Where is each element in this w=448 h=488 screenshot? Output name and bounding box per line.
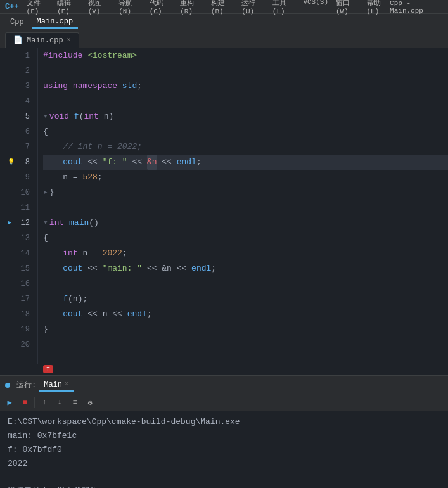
code-line-3: using namespace std; bbox=[43, 79, 448, 94]
code-line-19: } bbox=[43, 322, 448, 337]
output-line-2: main: 0x7bfe1c bbox=[8, 429, 440, 443]
menu-view[interactable]: 视图(V) bbox=[88, 0, 112, 15]
code-line-14: int n = 2022; bbox=[43, 246, 448, 261]
menu-file[interactable]: 文件(F) bbox=[27, 0, 50, 15]
stop-button[interactable]: ■ bbox=[18, 395, 32, 409]
filter-button[interactable]: ≡ bbox=[68, 395, 82, 409]
output-area: E:\CST\workspace\Cpp\cmake-build-debug\M… bbox=[0, 411, 448, 488]
project-tab-cpp[interactable]: Cpp bbox=[5, 16, 29, 28]
bp-line-17 bbox=[0, 292, 11, 307]
menu-vcs[interactable]: VCS(S) bbox=[303, 0, 328, 15]
code-editor[interactable]: #include <iostream> using namespace std;… bbox=[38, 48, 448, 364]
menu-refactor[interactable]: 重构(R) bbox=[180, 0, 203, 15]
menu-edit[interactable]: 编辑(E) bbox=[57, 0, 80, 15]
bp-line-10 bbox=[0, 185, 11, 200]
scroll-down-button[interactable]: ↓ bbox=[53, 395, 67, 409]
menu-nav[interactable]: 导航(N) bbox=[118, 0, 142, 15]
close-tab-icon[interactable]: × bbox=[67, 37, 71, 44]
run-indicator bbox=[5, 383, 10, 388]
line-num-12: ▶ 12 bbox=[16, 215, 30, 231]
bp-line-11 bbox=[0, 200, 11, 215]
scroll-up-button[interactable]: ↑ bbox=[37, 395, 51, 409]
menu-window[interactable]: 窗口(W) bbox=[336, 0, 359, 15]
menu-code[interactable]: 代码(C) bbox=[150, 0, 173, 15]
bottom-panel: 运行: Main × ▶ ■ ↑ ↓ ≡ ⚙ E:\CST\workspace\… bbox=[0, 375, 448, 488]
bp-line-2 bbox=[0, 63, 11, 79]
close-bottom-tab-icon[interactable]: × bbox=[65, 381, 68, 388]
output-line-5 bbox=[8, 471, 440, 485]
menu-run[interactable]: 运行(U) bbox=[241, 0, 265, 15]
app-icon: C++ bbox=[5, 3, 19, 11]
line-num-7: 7 bbox=[16, 139, 30, 155]
line-num-9: 9 bbox=[16, 170, 30, 185]
line-num-19: 19 bbox=[16, 322, 30, 337]
output-line-4: 2022 bbox=[8, 457, 440, 471]
editor-area: 1 2 3 4 5 6 7 💡 8 9 10 11 ▶ 12 13 14 15 … bbox=[0, 48, 448, 364]
file-icon: 📄 bbox=[13, 35, 23, 45]
code-line-8: cout << "f: " << &n << endl; bbox=[43, 155, 448, 170]
code-line-7: // int n = 2022; bbox=[43, 139, 448, 155]
line-num-1: 1 bbox=[16, 48, 30, 63]
file-tab-bar: 📄 Main.cpp × bbox=[0, 30, 448, 48]
bottom-tab-label: Main bbox=[44, 380, 62, 389]
breakpoint-label-bar: f bbox=[0, 364, 448, 375]
bp-line-20 bbox=[0, 337, 11, 352]
code-line-12: ▾int main() bbox=[43, 215, 448, 231]
line-num-2: 2 bbox=[16, 63, 30, 79]
line-num-3: 3 bbox=[16, 79, 30, 94]
bp-line-19 bbox=[0, 322, 11, 337]
bp-line-13 bbox=[0, 231, 11, 246]
code-line-2 bbox=[43, 63, 448, 79]
code-line-10: ▸} bbox=[43, 185, 448, 200]
code-line-18: cout << n << endl; bbox=[43, 307, 448, 322]
bp-line-16 bbox=[0, 276, 11, 292]
line-num-18: 18 bbox=[16, 307, 30, 322]
menu-build[interactable]: 构建(B) bbox=[211, 0, 234, 15]
file-tab-main[interactable]: 📄 Main.cpp × bbox=[5, 32, 79, 48]
settings-button[interactable]: ⚙ bbox=[83, 395, 97, 409]
menu-help[interactable]: 帮助(H) bbox=[367, 0, 390, 15]
bottom-tab-main[interactable]: Main × bbox=[39, 379, 74, 392]
bottom-tabs: 运行: Main × bbox=[0, 376, 448, 394]
line-num-13: 13 bbox=[16, 231, 30, 246]
output-line-1: E:\CST\workspace\Cpp\cmake-build-debug\M… bbox=[8, 415, 440, 429]
output-line-6: 进程已结束，退出代码为 0 bbox=[8, 485, 440, 488]
menu-bar[interactable]: 文件(F) 编辑(E) 视图(V) 导航(N) 代码(C) 重构(R) 构建(B… bbox=[27, 0, 390, 15]
line-num-16: 16 bbox=[16, 276, 30, 292]
bp-line-9 bbox=[0, 170, 11, 185]
line-num-8: 💡 8 bbox=[16, 155, 30, 170]
code-line-11 bbox=[43, 200, 448, 215]
run-button[interactable]: ▶ bbox=[3, 395, 16, 409]
code-line-5: ▾void f(int n) bbox=[43, 109, 448, 124]
bp-line-1 bbox=[0, 48, 11, 63]
bp-line-5 bbox=[0, 109, 11, 124]
bp-line-7 bbox=[0, 139, 11, 155]
bp-line-15 bbox=[0, 261, 11, 276]
line-num-20: 20 bbox=[16, 337, 30, 352]
output-line-3: f: 0x7bfdf0 bbox=[8, 443, 440, 457]
line-num-14: 14 bbox=[16, 246, 30, 261]
project-tab-bar: Cpp Main.cpp bbox=[0, 14, 448, 30]
code-line-1: #include <iostream> bbox=[43, 48, 448, 63]
project-tab-main[interactable]: Main.cpp bbox=[32, 16, 79, 29]
title-bar: C++ 文件(F) 编辑(E) 视图(V) 导航(N) 代码(C) 重构(R) … bbox=[0, 0, 448, 14]
bp-line-18 bbox=[0, 307, 11, 322]
bp-line-3 bbox=[0, 79, 11, 94]
bp-line-6 bbox=[0, 124, 11, 139]
code-line-15: cout << "main: " << &n << endl; bbox=[43, 261, 448, 276]
line-num-17: 17 bbox=[16, 292, 30, 307]
bottom-toolbar: ▶ ■ ↑ ↓ ≡ ⚙ bbox=[0, 394, 448, 411]
file-tab-label: Main.cpp bbox=[27, 36, 63, 45]
code-line-13: { bbox=[43, 231, 448, 246]
breakpoint-gutter[interactable] bbox=[0, 48, 11, 364]
bp-line-4 bbox=[0, 94, 11, 109]
line-num-15: 15 bbox=[16, 261, 30, 276]
code-line-17: f(n); bbox=[43, 292, 448, 307]
line-num-11: 11 bbox=[16, 200, 30, 215]
line-num-10: 10 bbox=[16, 185, 30, 200]
code-line-20 bbox=[43, 337, 448, 352]
code-line-6: { bbox=[43, 124, 448, 139]
menu-tools[interactable]: 工具(L) bbox=[272, 0, 296, 15]
code-line-9: n = 528; bbox=[43, 170, 448, 185]
line-numbers: 1 2 3 4 5 6 7 💡 8 9 10 11 ▶ 12 13 14 15 … bbox=[11, 48, 38, 364]
